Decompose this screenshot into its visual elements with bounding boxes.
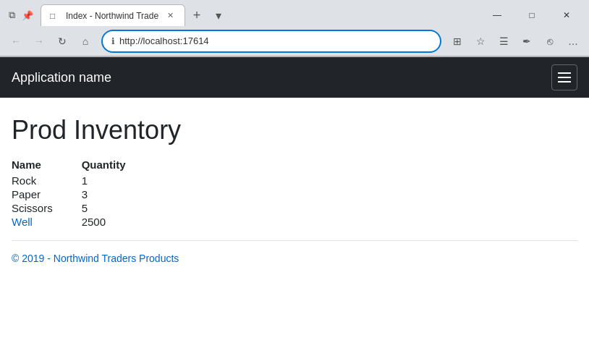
row-name: Rock — [12, 174, 82, 187]
content-divider — [12, 240, 577, 241]
bookmark-button[interactable]: ☆ — [470, 31, 491, 51]
app-brand: Application name — [12, 70, 111, 85]
table-row: Scissors 5 — [12, 201, 155, 215]
table-body: Rock 1 Paper 3 Scissors 5 Well 2500 — [12, 174, 155, 229]
table-header-row: Name Quantity — [12, 157, 155, 174]
inventory-table: Name Quantity Rock 1 Paper 3 Scissors 5 … — [12, 157, 155, 229]
security-icon: ℹ — [111, 36, 115, 46]
address-input[interactable] — [119, 35, 431, 46]
row-quantity: 2500 — [82, 215, 155, 229]
table-row: Paper 3 — [12, 187, 155, 201]
new-tab-button[interactable]: + — [187, 5, 207, 25]
nav-bar: ← → ↻ ⌂ ℹ ⊞ ☆ ☰ ✒ ⎋ … — [0, 26, 589, 56]
browser-chrome: ⧉ 📌 □ Index - Northwind Trade ✕ + ▾ — □ … — [0, 0, 589, 57]
row-quantity: 1 — [82, 174, 155, 187]
settings-button[interactable]: … — [563, 31, 583, 51]
table-row: Well 2500 — [12, 215, 155, 229]
footer-text: © 2019 - Northwind Traders Products — [12, 253, 577, 264]
share-button[interactable]: ⎋ — [540, 31, 560, 51]
hamburger-icon — [558, 72, 571, 82]
col-header-name: Name — [12, 157, 82, 174]
table-row: Rock 1 — [12, 174, 155, 187]
restore-button[interactable]: □ — [515, 4, 548, 26]
nav-right-icons: ⊞ ☆ ☰ ✒ ⎋ … — [447, 31, 583, 51]
main-content: Prod Inventory Name Quantity Rock 1 Pape… — [0, 98, 589, 276]
app-navbar: Application name — [0, 57, 589, 98]
col-header-quantity: Quantity — [82, 157, 155, 174]
tab-dropdown-button[interactable]: ▾ — [208, 5, 229, 25]
tab-label: Index - Northwind Trade — [66, 11, 158, 21]
browser-icons-left: ⧉ 📌 — [6, 9, 33, 21]
browser-icon-pin[interactable]: 📌 — [22, 9, 33, 21]
refresh-button[interactable]: ↻ — [52, 31, 72, 51]
split-screen-button[interactable]: ⊞ — [447, 31, 467, 51]
window-controls: — □ ✕ — [480, 4, 583, 26]
address-bar[interactable]: ℹ — [101, 30, 441, 53]
browser-icon-tabs[interactable]: ⧉ — [6, 9, 17, 21]
collections-button[interactable]: ☰ — [493, 31, 514, 51]
close-button[interactable]: ✕ — [550, 4, 583, 26]
tab-close-button[interactable]: ✕ — [164, 10, 176, 22]
tab-favicon: □ — [50, 11, 60, 21]
row-name[interactable]: Well — [12, 215, 82, 229]
row-quantity: 3 — [82, 187, 155, 201]
row-name: Scissors — [12, 201, 82, 215]
table-header: Name Quantity — [12, 157, 155, 174]
back-button[interactable]: ← — [6, 31, 26, 51]
tab-bar: ⧉ 📌 □ Index - Northwind Trade ✕ + ▾ — □ … — [0, 0, 589, 26]
row-name: Paper — [12, 187, 82, 201]
row-quantity: 5 — [82, 201, 155, 215]
home-button[interactable]: ⌂ — [75, 31, 96, 51]
minimize-button[interactable]: — — [480, 4, 514, 26]
sign-button[interactable]: ✒ — [517, 31, 537, 51]
forward-button[interactable]: → — [29, 31, 49, 51]
active-tab[interactable]: □ Index - Northwind Trade ✕ — [41, 4, 185, 26]
page-title: Prod Inventory — [12, 115, 577, 145]
hamburger-button[interactable] — [551, 64, 577, 90]
